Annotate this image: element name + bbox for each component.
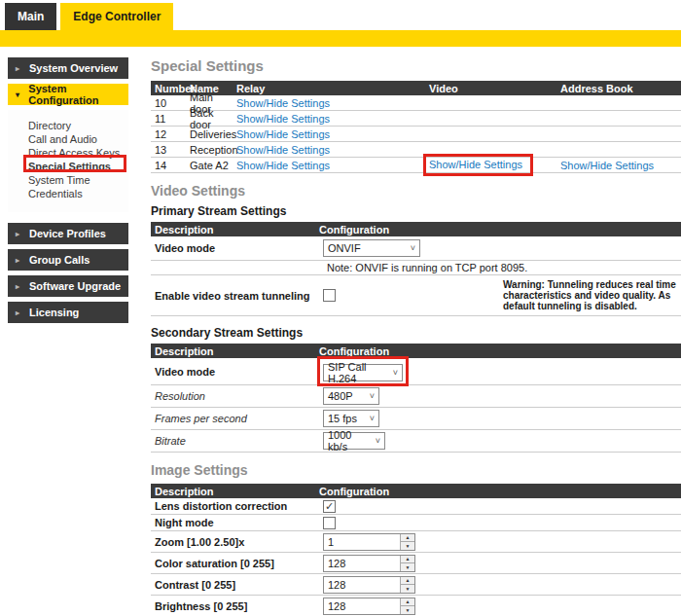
relay-show-hide-link[interactable]: Show/Hide Settings	[236, 160, 330, 171]
resolution-select[interactable]: 480P ˅	[323, 387, 379, 405]
setting-row-fps: Frames per second 15 fps ˅	[151, 408, 681, 430]
image-settings-title: Image Settings	[151, 462, 681, 478]
brightness-stepper[interactable]: 128 ▲ ▼	[323, 598, 415, 615]
relay-show-hide-link[interactable]: Show/Hide Settings	[236, 144, 330, 156]
device-number: 11	[151, 113, 190, 125]
sidebar-item-system-configuration[interactable]: ▾ System Configuration	[8, 84, 128, 105]
table-row: 12 Deliveries Show/Hide Settings	[151, 127, 681, 142]
stepper-down-icon[interactable]: ▼	[401, 606, 414, 614]
stepper-down-icon[interactable]: ▼	[401, 563, 414, 571]
setting-row-tunneling: Enable video stream tunneling Warning: T…	[151, 275, 681, 316]
table-row: 11 Back door Show/Hide Settings	[151, 111, 681, 127]
contrast-stepper[interactable]: 128 ▲ ▼	[323, 576, 415, 594]
page-title: Special Settings	[151, 57, 681, 74]
device-name: Deliveries	[190, 128, 236, 140]
chevron-down-icon: ▾	[16, 91, 21, 99]
sidebar-item-label: Software Upgrade	[29, 280, 121, 292]
tab-strip: Main Edge Controller	[5, 3, 681, 30]
chevron-right-icon: ▸	[16, 308, 22, 317]
video-show-hide-link[interactable]: Show/Hide Settings	[429, 159, 522, 170]
sidebar-item-software-upgrade[interactable]: ▸ Software Upgrade	[8, 275, 128, 297]
address-book-show-hide-link[interactable]: Show/Hide Settings	[560, 160, 654, 171]
sidebar-item-label: Group Calls	[29, 254, 90, 266]
setting-row-night-mode: Night mode	[151, 515, 681, 531]
setting-label: Color saturation [0 255]	[151, 558, 323, 569]
setting-label: Lens distortion correction	[151, 500, 323, 512]
device-name: Gate A2	[190, 160, 236, 171]
devices-table: Number Name Relay Video Address Book 10 …	[151, 81, 681, 173]
primary-video-mode-select[interactable]: ONVIF ˅	[323, 239, 420, 257]
chevron-down-icon: ˅	[370, 391, 375, 401]
fps-select[interactable]: 15 fps ˅	[323, 410, 379, 427]
tunneling-checkbox[interactable]	[323, 289, 336, 302]
column-header-description: Description	[151, 224, 319, 236]
stepper-value: 128	[324, 598, 400, 614]
onvif-note: Note: ONVIF is running on TCP port 8095.	[151, 261, 681, 275]
setting-row-bitrate: Bitrate 1000 kb/s ˅	[151, 430, 681, 453]
bitrate-select[interactable]: 1000 kb/s ˅	[323, 432, 385, 450]
table-row: 13 Reception Show/Hide Settings	[151, 142, 681, 158]
setting-label: Enable video stream tunneling	[151, 290, 323, 302]
sidebar-item-group-calls[interactable]: ▸ Group Calls	[8, 249, 128, 271]
setting-row-resolution: Resolution 480P ˅	[151, 385, 681, 408]
stepper-up-icon[interactable]: ▲	[401, 598, 414, 607]
device-number: 14	[151, 160, 190, 171]
chevron-right-icon: ▸	[16, 256, 22, 265]
device-number: 12	[151, 128, 190, 140]
tab-edge-controller[interactable]: Edge Controller	[60, 3, 173, 30]
sidebar-item-call-and-audio[interactable]: Call and Audio	[28, 132, 128, 146]
sidebar-item-licensing[interactable]: ▸ Licensing	[8, 302, 128, 323]
sidebar-item-device-profiles[interactable]: ▸ Device Profiles	[8, 223, 128, 244]
highlight-box-sip-select: SIP Call H.264 ˅	[317, 356, 409, 386]
secondary-stream-title: Secondary Stream Settings	[151, 326, 681, 340]
video-settings-title: Video Settings	[151, 183, 681, 199]
chevron-down-icon: ˅	[393, 368, 398, 378]
sidebar-item-direct-access-keys[interactable]: Direct Access Keys	[28, 146, 128, 160]
selected-value: 15 fps	[328, 413, 357, 424]
stepper-down-icon[interactable]: ▼	[401, 542, 414, 550]
sidebar-item-special-settings[interactable]: Special Settings	[28, 160, 128, 173]
column-header-configuration: Configuration	[319, 224, 681, 236]
stepper-up-icon[interactable]: ▲	[401, 556, 414, 564]
chevron-right-icon: ▸	[16, 282, 22, 291]
brand-yellow-bar	[0, 30, 681, 47]
sidebar-item-system-overview[interactable]: ▸ System Overview	[8, 57, 128, 79]
main-content: Special Settings Number Name Relay Video…	[151, 57, 681, 616]
primary-stream-table: Description Configuration Video mode ONV…	[151, 222, 681, 316]
table-row: 14 Gate A2 Show/Hide Settings Show/Hide …	[151, 158, 681, 173]
zoom-stepper[interactable]: 1 ▲ ▼	[323, 533, 415, 551]
selected-value: SIP Call H.264	[328, 361, 387, 384]
sidebar: ▸ System Overview ▾ System Configuration…	[8, 57, 128, 328]
relay-show-hide-link[interactable]: Show/Hide Settings	[236, 97, 330, 109]
sidebar-item-label: System Overview	[29, 62, 118, 74]
sidebar-item-directory[interactable]: Directory	[28, 119, 128, 132]
night-mode-checkbox[interactable]	[323, 517, 336, 529]
relay-show-hide-link[interactable]: Show/Hide Settings	[236, 113, 330, 125]
relay-show-hide-link[interactable]: Show/Hide Settings	[236, 128, 330, 140]
chevron-down-icon: ˅	[376, 436, 380, 446]
sidebar-item-system-time[interactable]: System Time	[28, 173, 128, 187]
stepper-value: 128	[324, 577, 400, 593]
stepper-up-icon[interactable]: ▲	[401, 577, 414, 586]
setting-label: Resolution	[151, 390, 323, 402]
settings-table-header: Description Configuration	[151, 222, 681, 236]
stepper-down-icon[interactable]: ▼	[401, 585, 414, 593]
secondary-video-mode-select[interactable]: SIP Call H.264 ˅	[323, 364, 403, 381]
stepper-up-icon[interactable]: ▲	[401, 534, 414, 543]
primary-stream-title: Primary Stream Settings	[151, 204, 681, 218]
setting-row-brightness: Brightness [0 255] 128 ▲ ▼	[151, 596, 681, 616]
sidebar-item-label: Device Profiles	[29, 228, 106, 239]
lens-correction-checkbox[interactable]: ✓	[323, 500, 336, 513]
setting-row-contrast: Contrast [0 255] 128 ▲ ▼	[151, 574, 681, 596]
tab-main[interactable]: Main	[5, 3, 56, 30]
sidebar-submenu: Directory Call and Audio Direct Access K…	[8, 110, 128, 212]
saturation-stepper[interactable]: 128 ▲ ▼	[323, 555, 415, 572]
setting-label: Frames per second	[151, 413, 323, 424]
chevron-down-icon: ˅	[370, 414, 375, 423]
column-header-relay: Relay	[236, 83, 429, 94]
sidebar-item-credentials[interactable]: Credentials	[28, 187, 128, 200]
column-header-number: Number	[151, 83, 190, 94]
column-header-address-book: Address Book	[548, 83, 681, 94]
chevron-right-icon: ▸	[16, 230, 22, 238]
setting-label: Bitrate	[151, 435, 323, 447]
